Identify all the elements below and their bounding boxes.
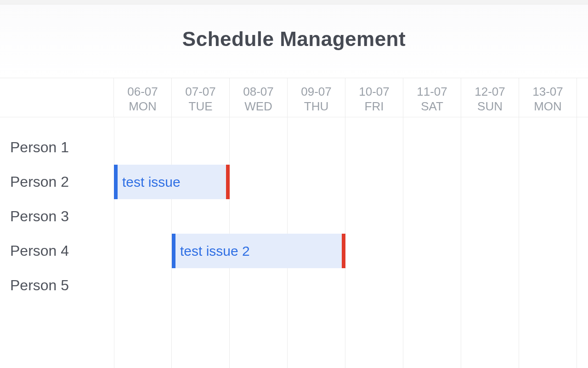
timeline-day-dow: TUE: [189, 99, 213, 114]
timeline-day-dow: FRI: [365, 99, 384, 114]
page-title: Schedule Management: [182, 28, 406, 51]
timeline-day-dow: SAT: [421, 99, 443, 114]
page-header: Schedule Management: [0, 5, 588, 78]
timeline-day-dow: SUN: [477, 99, 503, 114]
timeline-day-date: 09-07: [301, 84, 332, 99]
row-label-header-spacer: [0, 78, 114, 117]
row-label: Person 2: [0, 165, 114, 199]
timeline-day-header[interactable]: 11-07SAT: [403, 78, 461, 117]
row-labels-column: Person 1Person 2Person 3Person 4Person 5: [0, 117, 114, 368]
timeline-day-dow: THU: [304, 99, 328, 114]
timeline-day-date: 11-07: [417, 84, 447, 99]
task-label: test issue 2: [175, 243, 342, 259]
window-topbar: [0, 0, 588, 5]
timeline-header: 06-07MON07-07TUE08-07WED09-07THU10-07FRI…: [0, 78, 588, 117]
task-resize-handle-left[interactable]: [172, 234, 175, 268]
timeline-day-date: 13-07: [532, 84, 563, 99]
task-label: test issue: [118, 174, 226, 190]
timeline-day-date: 12-07: [475, 84, 505, 99]
timeline-day-header[interactable]: 13-07MON: [519, 78, 577, 117]
timeline-day-date: 10-07: [359, 84, 390, 99]
timeline-day-date: 07-07: [185, 84, 216, 99]
task-resize-handle-right[interactable]: [342, 234, 345, 268]
gantt-body: Person 1Person 2Person 3Person 4Person 5…: [0, 117, 588, 368]
timeline-day-dow: MON: [129, 99, 157, 114]
timeline-day-header[interactable]: 14-07TUE: [577, 78, 588, 117]
timeline-day-header[interactable]: 06-07MON: [114, 78, 172, 117]
row-label: Person 4: [0, 234, 114, 268]
timeline-day-dow: MON: [534, 99, 562, 114]
row-label: Person 5: [0, 268, 114, 303]
timeline-day-header[interactable]: 08-07WED: [230, 78, 288, 117]
gantt-grid[interactable]: test issuetest issue 2: [114, 117, 588, 368]
task-resize-handle-right[interactable]: [226, 165, 230, 199]
row-label: Person 3: [0, 199, 114, 234]
row-label: Person 1: [0, 130, 114, 165]
timeline-day-header[interactable]: 12-07SUN: [461, 78, 519, 117]
timeline-day-header[interactable]: 10-07FRI: [345, 78, 403, 117]
gantt-container: 06-07MON07-07TUE08-07WED09-07THU10-07FRI…: [0, 78, 588, 368]
task-bar[interactable]: test issue 2: [172, 234, 345, 268]
task-bar[interactable]: test issue: [114, 165, 230, 199]
task-resize-handle-left[interactable]: [114, 165, 118, 199]
timeline-day-header[interactable]: 07-07TUE: [172, 78, 230, 117]
timeline-day-date: 08-07: [243, 84, 274, 99]
timeline-day-date: 06-07: [127, 84, 158, 99]
timeline-day-dow: WED: [244, 99, 272, 114]
timeline-day-header[interactable]: 09-07THU: [288, 78, 345, 117]
